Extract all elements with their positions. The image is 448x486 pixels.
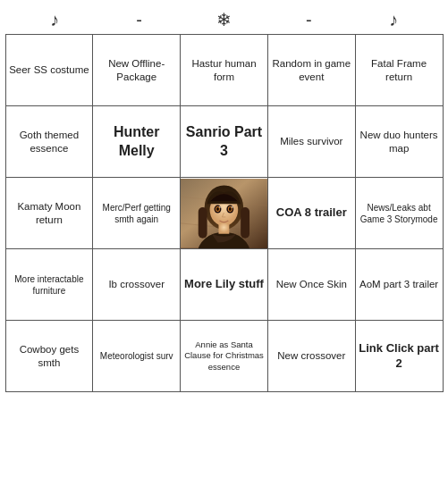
cell-2: Hastur human form <box>181 35 268 106</box>
cell-15: More interactable furniture <box>6 249 94 321</box>
anime-portrait-image <box>181 179 267 248</box>
icons-row: ♪ - ❄ - ♪ <box>5 5 444 34</box>
cell-23: New crossover <box>268 321 356 392</box>
cell-3: Random in game event <box>268 35 356 106</box>
cell-19: AoM part 3 trailer <box>356 249 444 321</box>
cell-7: Sanrio Part 3 <box>181 106 268 178</box>
bingo-grid: Seer SS costume New Offline-Package Hast… <box>5 34 444 392</box>
dash-2-icon: - <box>268 10 349 30</box>
cell-24: Link Click part 2 <box>356 321 444 392</box>
svg-rect-6 <box>241 207 249 239</box>
cell-22: Annie as Santa Clause for Christmas esse… <box>181 321 268 392</box>
snowflake-icon: ❄ <box>183 9 264 30</box>
music-note-right-icon: ♪ <box>353 10 434 30</box>
cell-10: Kamaty Moon return <box>6 178 94 249</box>
cell-0: Seer SS costume <box>6 35 94 106</box>
cell-21: Meteorologist surv <box>93 321 181 392</box>
cell-20: Cowboy gets smth <box>6 321 94 392</box>
cell-8: Miles survivor <box>268 106 356 178</box>
cell-17: More Lily stuff <box>181 249 268 321</box>
svg-point-14 <box>216 207 219 211</box>
svg-rect-16 <box>219 222 230 233</box>
svg-rect-5 <box>199 207 207 239</box>
cell-18: New Once Skin <box>268 249 356 321</box>
cell-5: Goth themed essence <box>6 106 94 178</box>
cell-12-portrait <box>181 178 268 249</box>
svg-point-15 <box>229 207 232 211</box>
cell-14: News/Leaks abt Game 3 Storymode <box>356 178 444 249</box>
cell-13: COA 8 trailer <box>268 178 356 249</box>
cell-9: New duo hunters map <box>356 106 444 178</box>
bingo-card: ♪ - ❄ - ♪ Seer SS costume New Offline-Pa… <box>5 5 444 392</box>
cell-11: Merc/Perf getting smth again <box>93 178 181 249</box>
cell-1: New Offline-Package <box>93 35 181 106</box>
dash-1-icon: - <box>99 10 180 30</box>
cell-16: Ib crossover <box>93 249 181 321</box>
cell-4: Fatal Frame return <box>356 35 444 106</box>
music-note-left-icon: ♪ <box>14 10 95 30</box>
cell-6: Hunter Melly <box>93 106 181 178</box>
